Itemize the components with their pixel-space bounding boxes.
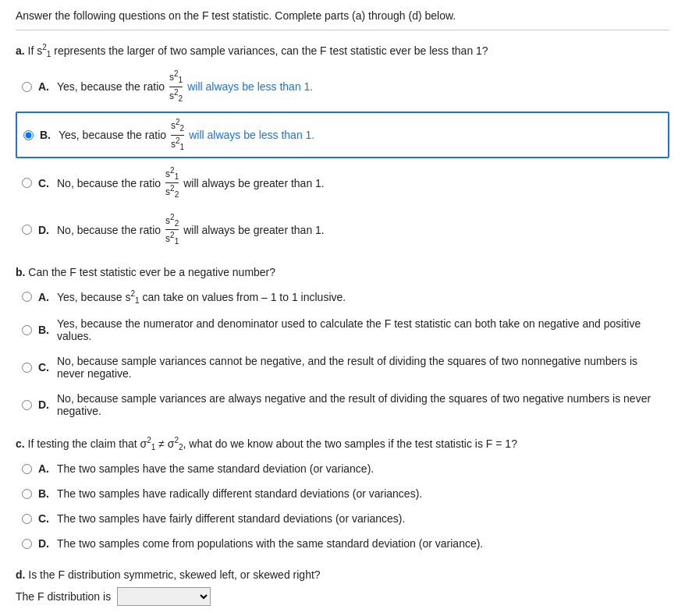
part-b-option-a[interactable]: A. Yes, because s21 can take on values f… — [16, 285, 669, 310]
part-d-question: d. Is the F distribution symmetric, skew… — [16, 568, 669, 581]
part-a-radio-c[interactable] — [22, 178, 32, 188]
part-a-radio-b[interactable] — [23, 130, 34, 140]
part-c-option-b[interactable]: B. The two samples have radically differ… — [16, 483, 669, 504]
part-b-option-c[interactable]: C. No, because sample variances cannot b… — [16, 350, 669, 384]
part-c-section: c. If testing the claim that σ21 ≠ σ22, … — [16, 436, 669, 554]
part-d-label: The F distribution is — [16, 590, 111, 603]
part-c-radio-c[interactable] — [22, 514, 32, 524]
part-a-radio-a[interactable] — [22, 82, 32, 92]
fraction-a-c: s21 s22 — [165, 166, 179, 200]
part-a-question: a. If s21 represents the larger of two s… — [16, 43, 669, 58]
part-c-question: c. If testing the claim that σ21 ≠ σ22, … — [16, 436, 669, 451]
part-c-radio-d[interactable] — [22, 539, 32, 549]
fraction-a-d: s22 s21 — [165, 213, 179, 247]
part-c-option-d[interactable]: D. The two samples come from populations… — [16, 533, 669, 554]
part-c-options: A. The two samples have the same standar… — [16, 458, 669, 554]
part-a-option-b[interactable]: B. Yes, because the ratio s22 s21 will a… — [16, 112, 669, 158]
part-c-option-c[interactable]: C. The two samples have fairly different… — [16, 508, 669, 529]
f-distribution-dropdown[interactable]: symmetric skewed left skewed right — [117, 587, 211, 606]
part-c-radio-a[interactable] — [22, 464, 32, 474]
part-b-radio-c[interactable] — [22, 363, 32, 373]
part-c-option-a[interactable]: A. The two samples have the same standar… — [16, 458, 669, 480]
part-b-option-b[interactable]: B. Yes, because the numerator and denomi… — [16, 313, 669, 347]
part-b-option-d[interactable]: D. No, because sample variances are alwa… — [16, 388, 669, 422]
part-b-question: b. Can the F test statistic ever be a ne… — [16, 266, 669, 278]
part-a-option-a[interactable]: A. Yes, because the ratio s21 s22 will a… — [16, 65, 669, 108]
part-d-answer-row: The F distribution is symmetric skewed l… — [16, 587, 669, 606]
intro-text: Answer the following questions on the F … — [16, 9, 669, 22]
part-d-section: d. Is the F distribution symmetric, skew… — [16, 568, 669, 606]
divider — [16, 30, 669, 30]
part-b-radio-d[interactable] — [22, 400, 32, 410]
fraction-a-b: s22 s21 — [171, 118, 184, 152]
part-b-options: A. Yes, because s21 can take on values f… — [16, 285, 669, 422]
part-a-options: A. Yes, because the ratio s21 s22 will a… — [16, 65, 669, 251]
part-c-radio-b[interactable] — [22, 489, 32, 499]
part-b-section: b. Can the F test statistic ever be a ne… — [16, 266, 669, 422]
fraction-a-a: s21 s22 — [169, 69, 183, 104]
part-a-radio-d[interactable] — [22, 225, 32, 235]
part-b-radio-b[interactable] — [22, 325, 32, 335]
part-a-option-d[interactable]: D. No, because the ratio s22 s21 will al… — [16, 208, 669, 252]
part-b-radio-a[interactable] — [22, 292, 32, 302]
part-a-option-c[interactable]: C. No, because the ratio s21 s22 will al… — [16, 161, 669, 205]
part-a-section: a. If s21 represents the larger of two s… — [16, 43, 669, 252]
